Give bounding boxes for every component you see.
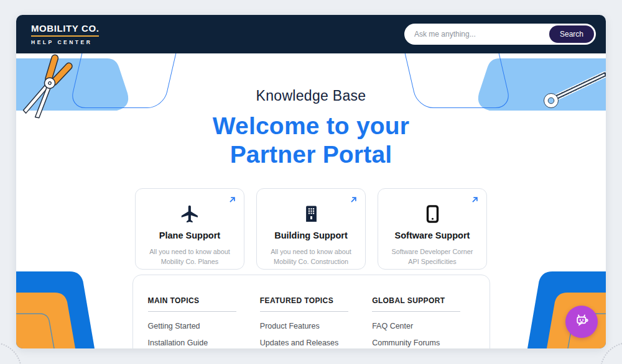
topic-link[interactable]: Community Forums	[372, 339, 471, 347]
card-title: Building Support	[274, 230, 348, 240]
building-icon	[301, 202, 322, 225]
hero-section: Knowledge Base Welcome to your Partner P…	[16, 53, 606, 188]
topics-column-global: GLOBAL SUPPORT FAQ Center Community Foru…	[372, 296, 471, 348]
topics-column-featured: FEATURED TOPICS Product Features Updates…	[260, 296, 360, 348]
divider	[260, 311, 348, 312]
tablet-icon	[422, 202, 443, 225]
divider	[148, 311, 236, 312]
card-title: Plane Support	[159, 230, 220, 240]
chatbot-icon	[572, 312, 591, 332]
support-card-plane[interactable]: Plane Support All you need to know about…	[135, 188, 244, 270]
topics-heading: GLOBAL SUPPORT	[372, 296, 471, 305]
topics-panel: MAIN TOPICS Getting Started Installation…	[132, 275, 490, 348]
topic-link[interactable]: Product Features	[260, 322, 360, 330]
external-link-arrow-icon	[349, 195, 358, 207]
card-description: All you need to know about Mobility Co. …	[149, 247, 230, 266]
corner-shapes-left-decoration	[16, 271, 97, 348]
support-card-building[interactable]: Building Support All you need to know ab…	[256, 188, 366, 270]
hero-title-line2: Partner Portal	[16, 140, 606, 169]
topic-link[interactable]: Updates and Releases	[260, 339, 360, 347]
divider	[372, 311, 460, 312]
chatbot-button[interactable]	[565, 306, 598, 338]
corner-shapes-right-decoration	[525, 271, 606, 348]
search-button[interactable]: Search	[549, 25, 594, 43]
support-card-software[interactable]: Software Support Software Developer Corn…	[378, 188, 487, 270]
topics-heading: MAIN TOPICS	[148, 296, 248, 305]
card-description: All you need to know about Mobility Co. …	[271, 247, 351, 266]
topics-column-main: MAIN TOPICS Getting Started Installation…	[148, 296, 248, 348]
hero-title: Welcome to your Partner Portal	[16, 112, 606, 168]
hero-title-line1: Welcome to your	[16, 112, 606, 140]
topics-heading: FEATURED TOPICS	[260, 296, 360, 305]
logo-subtitle: HELP CENTER	[31, 40, 99, 45]
logo-title: MOBILITY CO.	[31, 24, 99, 37]
external-link-arrow-icon	[470, 195, 480, 207]
topic-link[interactable]: Installation Guide	[148, 339, 248, 347]
support-cards-row: Plane Support All you need to know about…	[16, 188, 606, 270]
card-title: Software Support	[395, 230, 470, 240]
topic-link[interactable]: FAQ Center	[372, 322, 471, 330]
help-center-window: MOBILITY CO. HELP CENTER Search	[16, 15, 606, 348]
hero-eyebrow: Knowledge Base	[16, 88, 606, 104]
external-link-arrow-icon	[228, 195, 237, 207]
page-background: MOBILITY CO. HELP CENTER Search	[0, 0, 622, 364]
plane-icon	[180, 202, 200, 225]
search-bar: Search	[404, 24, 596, 45]
top-navbar: MOBILITY CO. HELP CENTER Search	[16, 15, 606, 53]
card-description: Software Developer Corner API Specificit…	[392, 247, 473, 266]
logo[interactable]: MOBILITY CO. HELP CENTER	[31, 24, 99, 45]
topic-link[interactable]: Getting Started	[148, 322, 248, 330]
